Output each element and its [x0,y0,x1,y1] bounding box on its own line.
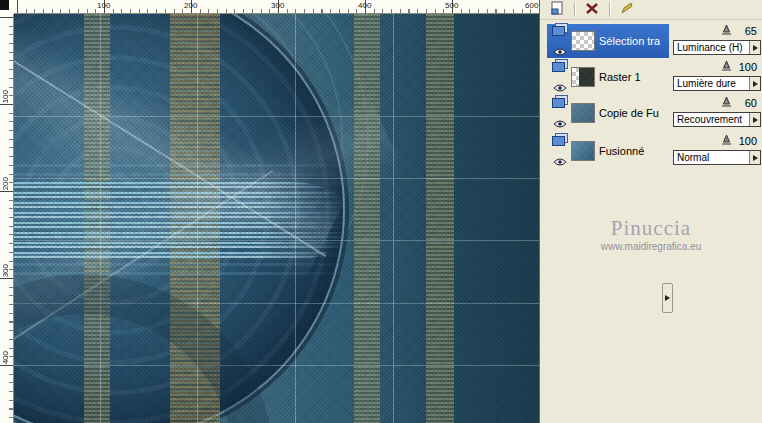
toolbar-separator [609,2,610,17]
layer-controls: 60 Recouvrement [673,96,761,130]
ruler-label: 200 [1,177,10,190]
ruler-label: 100 [97,1,110,10]
blend-mode-label: Lumière dure [677,78,736,89]
delete-icon [585,2,599,18]
horizontal-ruler: 100 200 300 400 500 600 [14,0,539,14]
blend-mode-label: Luminance (H) [677,42,743,53]
layer-name: Fusionné [599,145,644,157]
layer-thumbnail[interactable] [571,67,595,87]
opacity-slider-icon[interactable] [721,94,732,112]
layer-icon-column [549,94,571,132]
layer-controls: 100 Lumière dure [673,60,761,94]
blend-mode-label: Normal [677,152,709,163]
dropdown-arrow-icon[interactable] [749,77,760,90]
layer-controls: 100 Normal [673,134,761,168]
dropdown-arrow-icon[interactable] [749,113,760,126]
ruler-label: 400 [1,351,10,364]
ruler-label: 300 [271,1,284,10]
opacity-value: 65 [735,25,757,37]
layer-pages-icon [551,22,569,41]
layer-thumbnail[interactable] [571,31,595,51]
layer-row-fusionne[interactable]: Fusionné [547,134,669,168]
layer-icon-column [549,132,571,170]
new-layer-icon [550,1,564,19]
delete-layer-button[interactable] [579,1,605,19]
ruler-label: 500 [445,1,458,10]
blend-mode-dropdown[interactable]: Luminance (H) [673,40,761,55]
opacity-value: 100 [735,61,757,73]
ruler-label: 600 [525,1,538,10]
collapse-arrow-icon [665,295,670,301]
layers-palette: Sélection tra Raster 1 [539,0,762,423]
layer-row-selection[interactable]: Sélection tra [547,24,669,58]
opacity-value: 60 [735,97,757,109]
new-layer-button[interactable] [544,1,570,19]
visibility-eye-icon[interactable] [553,114,567,132]
canvas-area: 100 200 300 400 500 600 100 200 300 400 [0,0,539,423]
layer-icon-column [549,22,571,60]
ruler-label: 400 [358,1,371,10]
blend-mode-dropdown[interactable]: Recouvrement [673,112,761,127]
blend-mode-label: Recouvrement [677,114,742,125]
vertical-ruler: 100 200 300 400 [0,14,14,423]
layer-name: Sélection tra [599,35,660,47]
ruler-label: 100 [1,90,10,103]
opacity-value: 100 [735,135,757,147]
layer-thumbnail[interactable] [571,141,595,161]
palette-collapse-button[interactable] [662,283,673,313]
watermark-title: Pinuccia [540,216,762,241]
toolbar-separator [574,2,575,17]
image-canvas[interactable] [14,14,539,423]
layer-pages-icon [551,132,569,151]
layer-row-copie[interactable]: Copie de Fu [547,96,669,130]
layer-pages-icon [551,58,569,77]
layer-name: Copie de Fu [599,107,659,119]
opacity-slider-icon[interactable] [721,132,732,150]
layer-name: Raster 1 [599,71,641,83]
visibility-eye-icon[interactable] [553,152,567,170]
layer-row-raster1[interactable]: Raster 1 [547,60,669,94]
blend-mode-dropdown[interactable]: Lumière dure [673,76,761,91]
layer-thumbnail[interactable] [571,103,595,123]
pencil-icon [620,1,634,18]
palette-toolbar [540,0,762,20]
ruler-origin-box [0,0,9,10]
dropdown-arrow-icon[interactable] [749,151,760,164]
layer-controls: 65 Luminance (H) [673,24,761,58]
art-weave-texture [14,14,539,423]
app-window: 100 200 300 400 500 600 100 200 300 400 [0,0,762,423]
ruler-label: 300 [1,264,10,277]
edit-selection-button[interactable] [614,1,640,19]
ruler-origin [0,0,14,14]
opacity-slider-icon[interactable] [721,22,732,40]
layer-pages-icon [551,94,569,113]
blend-mode-dropdown[interactable]: Normal [673,150,761,165]
ruler-label: 200 [184,1,197,10]
watermark-url: www.maidiregrafica.eu [540,241,762,252]
dropdown-arrow-icon[interactable] [749,41,760,54]
layer-icon-column [549,58,571,96]
opacity-slider-icon[interactable] [721,58,732,76]
